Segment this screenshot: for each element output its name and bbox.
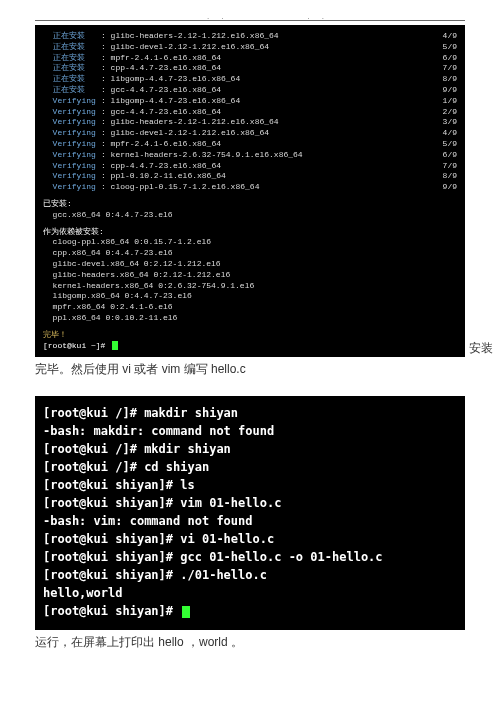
terminal-yum-output: 正在安装: glibc-headers-2.12-1.212.el6.x86_6… [35, 25, 465, 357]
body-paragraph-2: 运行，在屏幕上打印出 hello ，world 。 [35, 634, 465, 651]
terminal-session-2: [root@kui /]# makdir shiyan-bash: makdir… [35, 396, 465, 630]
install-label-right: 安装 [469, 340, 493, 357]
body-paragraph-1: 完毕。然后使用 vi 或者 vim 编写 hello.c [35, 361, 465, 378]
header-rule [35, 20, 465, 21]
